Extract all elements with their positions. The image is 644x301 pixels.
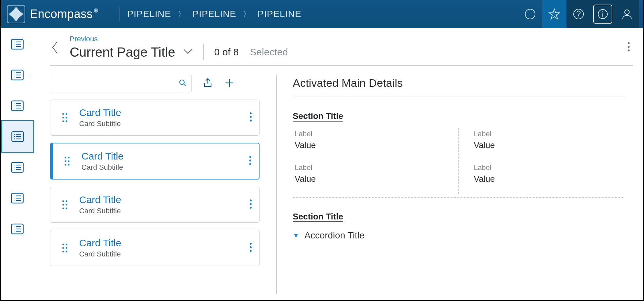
previous-link[interactable]: Previous — [70, 35, 288, 43]
svg-point-3 — [578, 17, 579, 18]
drag-handle-icon[interactable] — [60, 113, 69, 122]
svg-point-87 — [66, 208, 67, 209]
svg-point-90 — [250, 207, 252, 209]
rail-item[interactable] — [11, 39, 24, 50]
divider — [293, 97, 624, 97]
svg-point-96 — [66, 251, 67, 253]
card-menu-button[interactable] — [249, 156, 252, 167]
page-header: Previous Current Page Title 0 of 8 Selec… — [50, 35, 633, 65]
chevron-right-icon: 〉 — [178, 9, 186, 19]
svg-point-94 — [66, 247, 67, 249]
breadcrumb-item[interactable]: PIPELINE — [258, 9, 301, 19]
card-menu-button[interactable] — [249, 112, 252, 123]
brand-name: Encompass® — [30, 7, 98, 21]
svg-point-81 — [249, 163, 251, 165]
svg-point-72 — [250, 120, 252, 122]
card-menu-button[interactable] — [249, 199, 252, 210]
more-menu-button[interactable] — [627, 47, 630, 53]
svg-point-67 — [66, 117, 67, 119]
registered-mark: ® — [94, 8, 98, 14]
rail-item[interactable] — [11, 193, 24, 204]
card-subtitle: Card Subtitle — [79, 250, 240, 258]
svg-point-71 — [250, 116, 252, 118]
left-rail — [1, 28, 34, 300]
help-icon[interactable] — [566, 0, 591, 28]
svg-point-7 — [625, 10, 629, 14]
caret-down-icon: ▼ — [293, 232, 299, 239]
user-icon[interactable] — [615, 0, 639, 28]
section-heading: Section Title — [293, 212, 624, 222]
search-input[interactable] — [56, 79, 175, 88]
card-menu-button[interactable] — [249, 242, 252, 254]
selection-count: 0 of 8 — [214, 47, 239, 58]
rail-item[interactable] — [11, 162, 24, 173]
rail-item-selected[interactable] — [1, 120, 34, 153]
divider — [293, 197, 624, 198]
drag-handle-icon[interactable] — [60, 243, 69, 253]
info-icon[interactable] — [591, 0, 615, 28]
svg-point-80 — [249, 160, 251, 161]
field-value: Value — [295, 140, 452, 150]
circle-icon[interactable] — [518, 0, 542, 28]
svg-point-99 — [250, 250, 252, 252]
card-item[interactable]: Card Title Card Subtitle — [50, 230, 259, 266]
chevron-down-icon[interactable] — [183, 48, 193, 56]
export-icon[interactable] — [203, 78, 213, 89]
divider — [276, 75, 277, 294]
svg-point-75 — [65, 160, 66, 162]
details-panel: Activated Main Details Section Title Lab… — [293, 75, 634, 294]
svg-point-84 — [63, 204, 64, 206]
svg-point-60 — [180, 80, 184, 85]
svg-point-92 — [66, 244, 67, 245]
drag-handle-icon[interactable] — [60, 200, 69, 210]
details-title: Activated Main Details — [293, 77, 624, 89]
card-title: Card Title — [79, 107, 240, 118]
card-subtitle: Card Subtitle — [81, 163, 239, 172]
star-icon[interactable] — [542, 0, 566, 28]
svg-point-97 — [250, 243, 252, 245]
svg-point-5 — [602, 11, 603, 12]
field-value: Value — [474, 174, 617, 184]
field-value: Value — [474, 140, 617, 150]
card-item[interactable]: Card Title Card Subtitle — [50, 100, 259, 136]
card-subtitle: Card Subtitle — [79, 120, 240, 128]
drag-handle-icon[interactable] — [63, 156, 72, 166]
svg-point-73 — [65, 157, 66, 159]
add-icon[interactable] — [224, 78, 235, 89]
rail-item[interactable] — [11, 100, 24, 111]
svg-point-95 — [63, 251, 64, 253]
svg-point-83 — [66, 200, 67, 202]
card-title: Card Title — [81, 151, 239, 162]
search-box[interactable] — [51, 75, 191, 92]
search-icon[interactable] — [179, 79, 187, 88]
back-button[interactable] — [50, 38, 60, 57]
top-nav: Encompass® PIPELINE 〉 PIPELINE 〉 PIPELIN… — [1, 0, 643, 28]
field-label: Label — [295, 163, 452, 172]
page-title: Current Page Title — [70, 45, 175, 60]
breadcrumb-item[interactable]: PIPELINE — [192, 9, 236, 19]
breadcrumb-item[interactable]: PIPELINE — [127, 9, 171, 19]
cards-panel: Card Title Card Subtitle Card Title — [50, 75, 259, 294]
divider — [50, 65, 633, 66]
svg-point-98 — [250, 246, 252, 248]
rail-item[interactable] — [11, 69, 24, 81]
card-title: Card Title — [79, 237, 240, 249]
svg-point-70 — [250, 112, 252, 114]
rail-item[interactable] — [11, 223, 24, 235]
brand: Encompass® — [7, 5, 98, 23]
svg-point-66 — [63, 117, 64, 119]
field-label: Label — [474, 130, 617, 138]
field-label: Label — [295, 130, 452, 138]
chevron-right-icon: 〉 — [243, 9, 251, 19]
svg-point-74 — [68, 157, 70, 159]
card-subtitle: Card Subtitle — [79, 207, 240, 215]
card-item[interactable]: Card Title Card Subtitle — [50, 187, 259, 223]
svg-point-68 — [63, 121, 64, 122]
card-item-selected[interactable]: Card Title Card Subtitle — [50, 143, 259, 179]
svg-point-77 — [65, 164, 66, 166]
svg-point-89 — [250, 203, 252, 205]
field-label: Label — [474, 163, 617, 172]
brand-logo-icon — [7, 5, 25, 23]
accordion-header[interactable]: ▼ Accordion Title — [293, 230, 624, 241]
svg-line-61 — [184, 84, 186, 86]
